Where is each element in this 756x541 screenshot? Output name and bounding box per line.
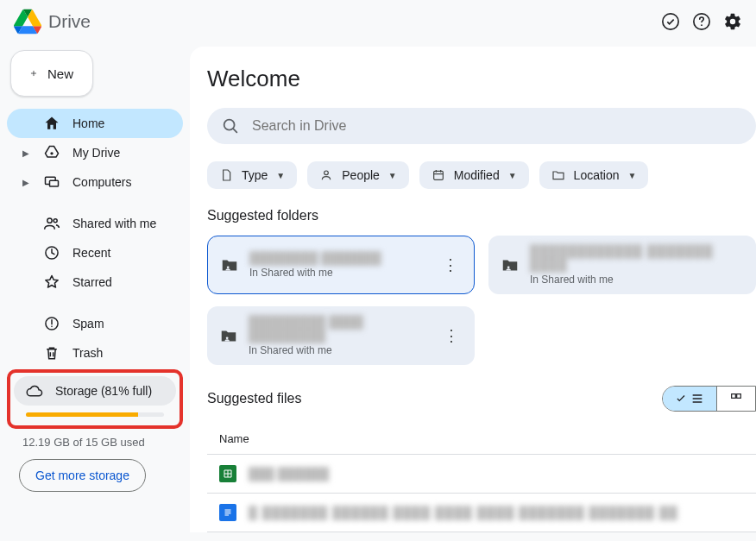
sidebar-item-computers[interactable]: ▶ Computers <box>7 167 183 197</box>
folder-icon <box>551 168 565 182</box>
svg-point-2 <box>701 24 702 26</box>
folder-card[interactable]: █████████ ████ █████████ In Shared with … <box>207 306 475 365</box>
shared-folder-icon <box>220 255 239 274</box>
sidebar-item-recent[interactable]: Recent <box>7 238 183 267</box>
chip-label: Modified <box>454 168 500 182</box>
person-icon <box>319 168 333 182</box>
folder-title: █████████ ████ █████████ <box>249 315 430 343</box>
svg-point-0 <box>663 14 678 29</box>
chevron-down-icon: ▼ <box>508 171 517 180</box>
star-icon <box>43 274 60 291</box>
view-toggle <box>662 386 756 412</box>
drive-logo-icon <box>14 9 41 35</box>
main-content: Welcome Type ▼ People ▼ Modified ▼ <box>190 47 756 532</box>
shared-folder-icon <box>219 326 238 345</box>
more-icon[interactable]: ⋮ <box>440 326 463 345</box>
list-view-button[interactable] <box>663 387 716 411</box>
sidebar-item-storage[interactable]: Storage (81% full) <box>14 376 176 406</box>
calendar-icon <box>432 168 445 182</box>
sidebar-label: Spam <box>72 317 104 330</box>
column-name[interactable]: Name <box>207 425 756 455</box>
sidebar-item-my-drive[interactable]: ▶ My Drive <box>7 138 183 167</box>
get-more-storage-button[interactable]: Get more storage <box>19 459 146 492</box>
chevron-down-icon: ▼ <box>388 171 397 180</box>
filter-type[interactable]: Type ▼ <box>207 161 297 189</box>
file-name: █ ███████ ██████ ████ ████ ████ ███████ … <box>249 506 678 519</box>
home-icon <box>43 115 60 132</box>
cloud-icon <box>26 382 43 399</box>
folder-card[interactable]: ████████████ ███████ ████ In Shared with… <box>488 236 756 294</box>
computers-icon <box>43 173 60 191</box>
sidebar-label: Computers <box>72 175 131 189</box>
svg-point-6 <box>47 218 52 223</box>
svg-rect-5 <box>50 180 59 186</box>
recent-icon <box>43 244 60 261</box>
folder-subtitle: In Shared with me <box>249 267 429 279</box>
shared-icon <box>43 215 60 232</box>
folder-card[interactable]: ████████ ███████ In Shared with me ⋮ <box>207 236 475 294</box>
storage-highlighted: Storage (81% full) <box>7 369 183 429</box>
svg-point-12 <box>324 171 329 175</box>
check-icon <box>675 393 687 405</box>
search-bar[interactable] <box>207 108 756 144</box>
sidebar-item-home[interactable]: Home <box>7 109 183 138</box>
trash-icon <box>43 344 60 362</box>
suggested-folders-heading: Suggested folders <box>207 208 756 223</box>
suggested-files-heading: Suggested files <box>207 391 301 406</box>
sheets-icon <box>219 465 236 482</box>
sidebar-item-trash[interactable]: Trash <box>7 338 183 368</box>
search-icon <box>221 116 240 135</box>
sidebar-item-spam[interactable]: Spam <box>7 309 183 338</box>
grid-view-button[interactable] <box>716 387 755 411</box>
svg-point-3 <box>50 152 53 154</box>
storage-label: Storage (81% full) <box>55 384 152 398</box>
filter-chips: Type ▼ People ▼ Modified ▼ Location ▼ <box>207 161 756 189</box>
plus-icon <box>30 65 37 82</box>
filter-location[interactable]: Location ▼ <box>539 161 649 189</box>
sidebar-item-shared[interactable]: Shared with me <box>7 209 183 238</box>
chevron-down-icon: ▼ <box>628 171 637 180</box>
chevron-down-icon: ▼ <box>276 171 285 180</box>
more-icon[interactable]: ⋮ <box>439 255 462 274</box>
folder-subtitle: In Shared with me <box>530 274 744 286</box>
svg-point-16 <box>226 337 229 339</box>
new-button-label: New <box>47 66 73 81</box>
svg-rect-18 <box>737 394 741 399</box>
filter-people[interactable]: People ▼ <box>307 161 409 189</box>
expand-icon[interactable]: ▶ <box>22 178 31 187</box>
chip-label: People <box>342 168 380 182</box>
search-input[interactable] <box>252 118 742 134</box>
sidebar-label: My Drive <box>72 146 120 160</box>
storage-used-text: 12.19 GB of 15 GB used <box>22 436 183 449</box>
app-header: Drive <box>0 0 756 43</box>
file-name: ███ ██████ <box>249 467 329 481</box>
sidebar-item-starred[interactable]: Starred <box>7 267 183 297</box>
file-row[interactable]: █ ███████ ██████ ████ ████ ████ ███████ … <box>207 494 756 532</box>
list-icon <box>690 392 704 406</box>
svg-point-10 <box>51 326 53 328</box>
grid-icon <box>729 392 743 406</box>
app-title: Drive <box>48 11 91 32</box>
svg-point-15 <box>507 266 510 268</box>
storage-progress-fill <box>26 412 138 417</box>
folder-title: ████████ ███████ <box>249 251 429 265</box>
expand-icon[interactable]: ▶ <box>22 148 31 158</box>
shared-folder-icon <box>501 255 520 274</box>
offline-ready-icon[interactable] <box>661 12 680 31</box>
logo[interactable]: Drive <box>14 9 91 35</box>
svg-point-14 <box>227 266 230 268</box>
filter-modified[interactable]: Modified ▼ <box>419 161 529 189</box>
folder-title: ████████████ ███████ ████ <box>530 244 744 272</box>
folder-subtitle: In Shared with me <box>249 344 430 356</box>
file-row[interactable]: ███ ██████ <box>207 455 756 494</box>
header-actions <box>661 12 742 31</box>
new-button[interactable]: New <box>10 50 93 97</box>
help-icon[interactable] <box>692 12 711 31</box>
svg-rect-13 <box>433 171 443 179</box>
svg-rect-17 <box>732 394 736 399</box>
page-title: Welcome <box>207 66 756 92</box>
sidebar-label: Starred <box>72 275 112 289</box>
settings-icon[interactable] <box>723 12 742 31</box>
storage-progress <box>26 412 164 417</box>
docs-icon <box>219 504 236 521</box>
